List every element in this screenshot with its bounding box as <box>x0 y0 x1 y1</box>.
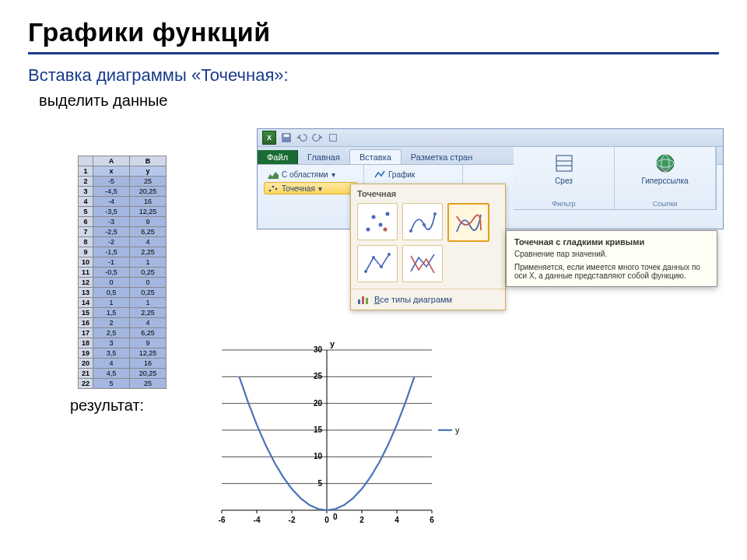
result-label: результат: <box>70 397 144 415</box>
svg-point-19 <box>372 215 376 219</box>
area-chart-icon <box>268 170 279 179</box>
svg-text:0: 0 <box>324 516 329 524</box>
ribbon-group-links-caption: Ссылки <box>621 198 709 208</box>
scatter-option-markers[interactable] <box>357 203 398 240</box>
subtitle: Вставка диаграммы «Точечная»: <box>28 65 719 86</box>
tooltip-title: Точечная с гладкими кривыми <box>514 237 709 247</box>
dropdown-arrow-icon: ▾ <box>318 184 322 193</box>
tooltip: Точечная с гладкими кривыми Сравнение па… <box>506 230 717 287</box>
svg-text:6: 6 <box>430 516 434 524</box>
table-row: 2-525 <box>79 177 167 187</box>
svg-point-18 <box>366 228 370 232</box>
svg-point-4 <box>272 186 275 188</box>
slicer-icon <box>554 153 574 173</box>
col-header-a: A <box>93 156 130 166</box>
table-row: 1xy <box>79 166 167 177</box>
tab-insert[interactable]: Вставка <box>349 149 402 164</box>
svg-text:25: 25 <box>314 372 323 380</box>
table-row: 4-416 <box>79 197 167 207</box>
table-row: 172,56,25 <box>79 328 167 338</box>
table-row: 8-24 <box>79 237 167 247</box>
svg-point-25 <box>433 212 437 215</box>
svg-rect-30 <box>358 299 360 304</box>
tab-file[interactable]: Файл <box>258 150 298 164</box>
ribbon-btn-scatter[interactable]: Точечная ▾ <box>264 182 357 194</box>
svg-rect-32 <box>366 298 368 304</box>
ribbon-group-charts-caption <box>264 218 357 227</box>
table-row: 1411 <box>79 298 167 308</box>
svg-point-23 <box>409 229 412 233</box>
ribbon-btn-hyperlink[interactable]: Гиперссылка <box>621 150 709 187</box>
svg-text:-2: -2 <box>289 516 296 524</box>
globe-icon <box>654 152 676 174</box>
svg-rect-31 <box>362 296 364 304</box>
result-chart: 51015202530-6-4-202460yy <box>183 334 479 534</box>
svg-text:5: 5 <box>317 479 322 488</box>
ribbon-btn-slicer[interactable]: Срез <box>520 150 608 187</box>
table-row: 10-11 <box>79 257 167 268</box>
svg-point-29 <box>388 253 391 256</box>
parabola-chart: 51015202530-6-4-202460yy <box>183 334 479 534</box>
table-row: 1200 <box>79 278 167 288</box>
table-row: 1624 <box>79 318 167 328</box>
ribbon-btn-line[interactable]: График <box>370 168 456 180</box>
scatter-option-straight-markers[interactable] <box>357 245 398 282</box>
svg-point-3 <box>269 190 272 192</box>
title-underline <box>28 52 719 54</box>
svg-point-22 <box>384 228 388 232</box>
svg-point-20 <box>379 223 383 227</box>
ribbon-btn-slicer-label: Срез <box>555 177 573 185</box>
svg-text:10: 10 <box>314 452 323 460</box>
ribbon-group-filter-caption: Фильтр <box>520 198 608 208</box>
svg-rect-2 <box>330 135 337 142</box>
scatter-option-smooth-lines[interactable] <box>447 203 489 242</box>
ribbon-btn-line-label: График <box>388 170 415 179</box>
ribbon-btn-area-label: С областями <box>282 170 328 179</box>
svg-text:30: 30 <box>314 345 323 354</box>
table-row: 22525 <box>79 379 167 389</box>
col-header-b: B <box>130 156 167 166</box>
table-row: 130,50,25 <box>79 288 167 298</box>
tab-page-layout[interactable]: Разметка стран <box>402 150 482 164</box>
all-charts-icon <box>357 294 370 305</box>
undo-icon <box>296 132 307 143</box>
scatter-option-straight-lines[interactable] <box>402 245 443 282</box>
table-row: 5-3,512,25 <box>79 207 167 217</box>
print-preview-icon <box>328 132 338 143</box>
scatter-option-smooth-markers[interactable] <box>402 203 443 240</box>
dropdown-title: Точечная <box>351 184 505 201</box>
table-row: 3-4,520,25 <box>79 187 167 197</box>
tooltip-line1: Сравнение пар значений. <box>514 250 709 258</box>
svg-text:y: y <box>455 425 460 435</box>
svg-point-15 <box>657 155 674 172</box>
table-row: 9-1,52,25 <box>79 247 167 257</box>
svg-point-26 <box>364 270 367 273</box>
table-row: 11-0,50,25 <box>79 268 167 278</box>
ribbon-btn-area[interactable]: С областями ▾ <box>264 168 357 180</box>
excel-data-table: A B 1xy2-5253-4,520,254-4165-3,512,256-3… <box>78 156 167 389</box>
tooltip-line2: Применяется, если имеется много точек да… <box>514 263 709 280</box>
page-title: Графики функций <box>28 17 719 47</box>
svg-point-24 <box>423 223 426 226</box>
table-row: 20416 <box>79 359 167 369</box>
table-row: 7-2,56,25 <box>79 227 167 237</box>
ribbon-btn-hyperlink-label: Гиперссылка <box>641 177 688 185</box>
table-row: 151,52,25 <box>79 308 167 318</box>
svg-text:4: 4 <box>395 516 399 524</box>
svg-text:-4: -4 <box>254 516 261 524</box>
ribbon-btn-scatter-label: Точечная <box>282 184 315 193</box>
table-corner <box>79 156 93 166</box>
step-select-data: выделить данные <box>39 92 719 110</box>
table-row: 6-39 <box>79 217 167 227</box>
svg-rect-1 <box>284 135 289 138</box>
line-chart-icon <box>374 170 385 179</box>
tab-home[interactable]: Главная <box>298 150 349 164</box>
all-chart-types[interactable]: ВВсе типы диаграммсе типы диаграмм <box>351 289 505 310</box>
scatter-dropdown: Точечная ВВсе типы диаграммсе типы диагр… <box>350 184 506 310</box>
table-row: 193,512,25 <box>79 348 167 359</box>
save-icon <box>281 132 292 143</box>
svg-text:20: 20 <box>314 399 323 408</box>
svg-text:2: 2 <box>359 516 364 524</box>
svg-rect-12 <box>556 156 572 171</box>
quick-access-toolbar: X <box>258 129 723 147</box>
